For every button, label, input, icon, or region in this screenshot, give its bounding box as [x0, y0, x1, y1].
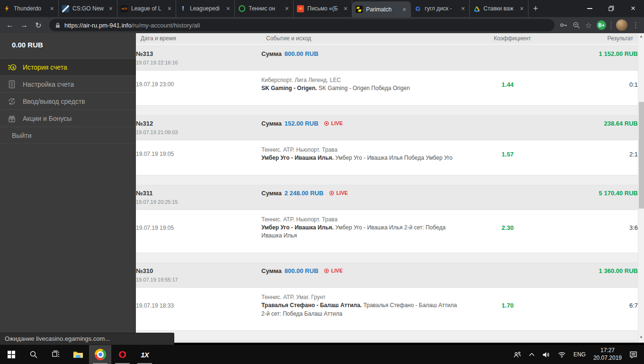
- sidebar-item-label: Акции и Бонусы: [23, 115, 72, 122]
- opera-taskbar-button[interactable]: O: [111, 345, 134, 364]
- tab-close-icon[interactable]: ×: [342, 5, 349, 12]
- back-button[interactable]: ←: [4, 19, 16, 31]
- leg-outcome: Умбер Уго - Ивашка Илья Победа Умбер Уго: [335, 155, 453, 161]
- col-coefficient-header: Коэффициент: [477, 35, 548, 42]
- browser-tab[interactable]: Письмо «(Б ×: [294, 0, 352, 17]
- bet-leg-row: 19.07.19 19:05 Теннис. ATP. Ньюпорт. Тра…: [136, 209, 638, 246]
- minimize-button[interactable]: [579, 0, 600, 17]
- sum-amount: 152.00 RUB: [285, 120, 319, 127]
- bet-card[interactable]: №311 19.07.19 20:25:15 Сумма 2 248.00 RU…: [136, 185, 638, 253]
- parimatch-favicon-icon: [356, 6, 363, 13]
- task-view-button[interactable]: [45, 345, 67, 364]
- col-event-header: Событие и исход: [266, 35, 477, 42]
- extension-badge[interactable]: B+: [597, 20, 606, 30]
- action-center-button[interactable]: [626, 351, 641, 358]
- restore-button[interactable]: [600, 0, 622, 17]
- onexbet-taskbar-button[interactable]: 1X: [134, 345, 156, 364]
- bet-datetime: 19.07.19 22:16:16: [136, 60, 261, 65]
- browser-tab-active[interactable]: Parimatch ×: [352, 1, 411, 17]
- sidebar-item-label: История счета: [23, 64, 67, 71]
- bet-leg-row: 19.07.19 18:33 Теннис. ATP. Умаг. Грунт …: [136, 287, 638, 324]
- col-result-header: Результат: [548, 35, 633, 42]
- volume-icon[interactable]: [538, 351, 554, 358]
- leg-coefficient: 1.57: [472, 151, 543, 158]
- bet-card[interactable]: №312 19.07.19 21:09:03 Сумма 152.00 RUB …: [136, 115, 638, 175]
- leg-score: 3:6: [543, 224, 638, 231]
- bet-card[interactable]: №310 19.07.19 19:55:17 Сумма 800.00 RUB …: [136, 263, 638, 331]
- live-label: LIVE: [331, 120, 342, 126]
- folder-icon: [73, 350, 83, 359]
- scroll-down-icon[interactable]: ▼: [638, 336, 644, 339]
- bet-history-table: Дата и время Событие и исход Коэффициент…: [136, 33, 638, 343]
- browser-tab[interactable]: CS:GO New ×: [59, 0, 117, 17]
- status-tooltip: Ожидание livecasino.egamings.com...: [0, 333, 174, 345]
- tab-close-icon[interactable]: ×: [284, 5, 290, 12]
- bet-card[interactable]: №313 19.07.19 22:16:16 Сумма 800.00 RUB …: [136, 46, 638, 106]
- address-bar[interactable]: https://air-ru.pm-941.info/ru/my-account…: [49, 19, 555, 31]
- url-host: https://air-ru.pm-941.info: [64, 22, 132, 29]
- toolbar-right: ☆ B+ ⋮: [559, 19, 640, 31]
- browser-tab[interactable]: League of L ×: [117, 0, 176, 17]
- live-label: LIVE: [336, 190, 348, 196]
- account-sidebar: 0.00 RUB $ История счета: [0, 33, 136, 343]
- tab-close-icon[interactable]: ×: [49, 5, 55, 12]
- tab-close-icon[interactable]: ×: [166, 5, 173, 12]
- gift-icon: [7, 114, 17, 123]
- forward-button[interactable]: →: [18, 19, 30, 31]
- sidebar-item-bonuses[interactable]: Акции и Бонусы: [0, 109, 136, 127]
- profile-avatar[interactable]: [616, 19, 627, 31]
- language-indicator[interactable]: ENG: [570, 351, 590, 358]
- page-content: 0.00 RUB $ История счета: [0, 33, 644, 343]
- taskbar-search-button[interactable]: [22, 345, 45, 364]
- leg-coefficient: 1.70: [472, 302, 543, 309]
- sidebar-item-deposit-withdraw[interactable]: $ Ввод/вывод средств: [0, 92, 136, 109]
- close-button[interactable]: ×: [622, 0, 644, 17]
- bet-datetime: 19.07.19 20:25:15: [136, 199, 261, 205]
- sidebar-item-label: Выйти: [12, 132, 31, 139]
- tab-title: Письмо «(Б: [307, 5, 339, 12]
- page-scrollbar[interactable]: ▲ ▼: [638, 33, 644, 343]
- chrome-taskbar-button[interactable]: [89, 345, 111, 364]
- bet-datetime: 19.07.19 19:55:17: [136, 277, 261, 282]
- new-tab-button[interactable]: +: [528, 0, 543, 17]
- sidebar-item-history[interactable]: $ История счета: [0, 58, 136, 75]
- start-button[interactable]: [0, 345, 22, 364]
- browser-menu-icon[interactable]: ⋮: [632, 21, 639, 29]
- clock-time: 17:27: [593, 347, 622, 355]
- tab-close-icon[interactable]: ×: [460, 5, 466, 12]
- file-explorer-button[interactable]: [67, 345, 89, 364]
- people-button[interactable]: [510, 351, 525, 358]
- leg-date: 19.07.19 19:05: [136, 225, 261, 231]
- zoom-out-icon[interactable]: [572, 21, 581, 29]
- taskbar-clock[interactable]: 17:27 20.07.2019: [590, 347, 626, 362]
- tab-close-icon[interactable]: ×: [225, 5, 232, 12]
- scroll-thumb[interactable]: [639, 102, 644, 209]
- browser-tab[interactable]: Ставки важ ×: [470, 0, 528, 17]
- tab-close-icon[interactable]: ×: [401, 6, 408, 13]
- window-controls: ×: [579, 0, 644, 17]
- tab-close-icon[interactable]: ×: [519, 5, 525, 12]
- tray-expand-icon[interactable]: [525, 353, 538, 356]
- reload-button[interactable]: ↻: [32, 19, 45, 31]
- browser-tab-strip: Thunderdo × CS:GO New × League of L × Le…: [0, 0, 644, 17]
- browser-tab[interactable]: гугл диск - ×: [411, 0, 470, 17]
- sidebar-item-logout[interactable]: Выйти: [0, 127, 136, 144]
- browser-tab[interactable]: Leaguepedi ×: [176, 0, 235, 17]
- notification-icon: [629, 351, 637, 358]
- browser-tab[interactable]: Thunderdo ×: [0, 0, 59, 17]
- leg-score: 0:1: [543, 81, 638, 88]
- bet-result-amount: 5 170.40 RUB: [543, 190, 638, 197]
- tab-close-icon[interactable]: ×: [107, 5, 114, 12]
- key-icon[interactable]: [559, 21, 568, 29]
- scroll-up-icon[interactable]: ▲: [638, 35, 644, 38]
- browser-tab[interactable]: Теннис он ×: [235, 0, 294, 17]
- document-icon: [7, 80, 17, 89]
- bet-datetime: 19.07.19 21:09:03: [136, 129, 261, 135]
- leg-match: SK Gaming - Origen.: [261, 85, 317, 91]
- bookmark-star-icon[interactable]: ☆: [585, 21, 592, 30]
- sidebar-item-settings[interactable]: Настройка счета: [0, 75, 136, 92]
- bet-card[interactable]: №309 19.07.19 19:23:31 Сумма 800.00 RUB …: [136, 340, 638, 343]
- wifi-icon[interactable]: [554, 351, 570, 358]
- live-icon: [329, 191, 334, 196]
- system-tray: ENG 17:27 20.07.2019: [510, 345, 644, 364]
